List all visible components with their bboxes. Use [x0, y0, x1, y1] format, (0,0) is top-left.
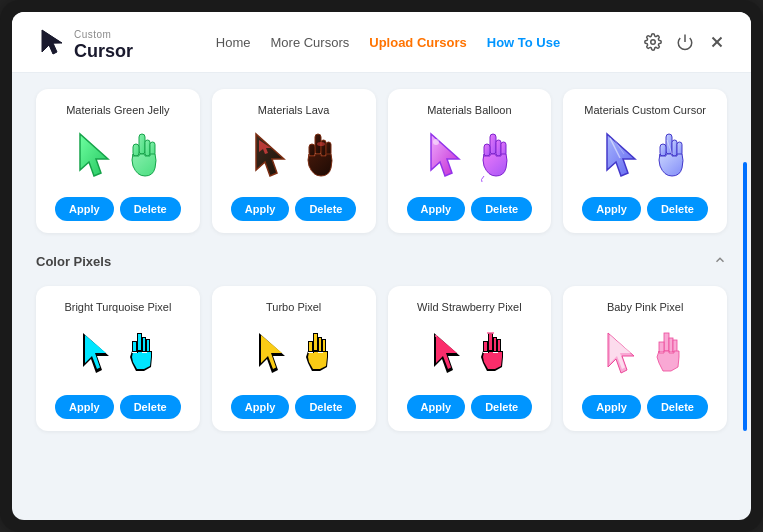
cursor-arrow-icon	[430, 331, 468, 379]
apply-button[interactable]: Apply	[407, 395, 466, 419]
cursor-arrow-icon	[75, 132, 117, 182]
card-buttons: Apply Delete	[231, 395, 357, 419]
logo-text: Custom Cursor	[74, 24, 133, 60]
svg-rect-21	[496, 140, 501, 156]
svg-rect-8	[145, 140, 150, 156]
card-buttons: Apply Delete	[582, 197, 708, 221]
card-title: Bright Turquoise Pixel	[64, 300, 171, 314]
card-icons	[602, 127, 688, 187]
card-icons	[426, 127, 512, 187]
gear-icon[interactable]	[643, 32, 663, 52]
cursor-hand-icon	[650, 331, 686, 379]
logo: Custom Cursor	[36, 24, 133, 60]
card-turquoise-pixel: Bright Turquoise Pixel	[36, 286, 200, 430]
card-balloon: Materials Balloon	[388, 89, 552, 233]
svg-marker-11	[256, 134, 284, 176]
card-title: Wild Strawberry Pixel	[417, 300, 522, 314]
apply-button[interactable]: Apply	[55, 197, 114, 221]
card-buttons: Apply Delete	[55, 395, 181, 419]
svg-marker-43	[261, 335, 282, 369]
svg-rect-51	[309, 342, 312, 351]
svg-marker-33	[85, 335, 106, 369]
color-pixels-grid: Bright Turquoise Pixel	[36, 286, 727, 430]
card-baby-pink-pixel: Baby Pink Pixel	[563, 286, 727, 430]
device-frame: Custom Cursor Home More Cursors Upload C…	[0, 0, 763, 532]
svg-marker-6	[80, 134, 108, 176]
apply-button[interactable]: Apply	[231, 395, 290, 419]
scrollbar[interactable]	[743, 162, 747, 430]
collapse-icon[interactable]	[713, 253, 727, 270]
apply-button[interactable]: Apply	[582, 395, 641, 419]
svg-rect-41	[133, 342, 136, 351]
svg-rect-10	[133, 144, 139, 156]
card-strawberry-pixel: Wild Strawberry Pixel	[388, 286, 552, 430]
svg-point-2	[651, 40, 656, 45]
close-icon[interactable]	[707, 32, 727, 52]
card-lava: Materials Lava	[212, 89, 376, 233]
svg-rect-49	[319, 338, 321, 351]
svg-rect-7	[139, 134, 145, 154]
card-title: Baby Pink Pixel	[607, 300, 683, 314]
svg-rect-20	[490, 134, 496, 154]
svg-rect-30	[660, 144, 666, 156]
nav-more-cursors[interactable]: More Cursors	[271, 35, 350, 50]
cursor-arrow-icon	[602, 132, 644, 182]
card-title: Materials Green Jelly	[66, 103, 169, 117]
cursor-arrow-icon	[604, 331, 642, 379]
main-content: Materials Green Jelly	[12, 73, 751, 520]
svg-rect-48	[314, 334, 317, 350]
svg-rect-61	[484, 342, 487, 351]
svg-rect-67	[673, 340, 677, 352]
svg-rect-59	[494, 338, 496, 351]
cursor-hand-icon	[301, 331, 333, 379]
svg-point-19	[433, 139, 439, 145]
materials-grid: Materials Green Jelly	[36, 89, 727, 233]
delete-button[interactable]: Delete	[647, 197, 708, 221]
delete-button[interactable]: Delete	[471, 197, 532, 221]
delete-button[interactable]: Delete	[120, 197, 181, 221]
cursor-hand-icon	[476, 331, 508, 379]
section-title: Color Pixels	[36, 254, 111, 269]
svg-rect-68	[659, 342, 664, 352]
apply-button[interactable]: Apply	[407, 197, 466, 221]
card-icons	[604, 325, 686, 385]
apply-button[interactable]: Apply	[55, 395, 114, 419]
nav-controls	[643, 32, 727, 52]
cursor-arrow-icon	[426, 132, 468, 182]
delete-button[interactable]: Delete	[295, 395, 356, 419]
apply-button[interactable]: Apply	[582, 197, 641, 221]
card-buttons: Apply Delete	[231, 197, 357, 221]
nav-how-to-use[interactable]: How To Use	[487, 35, 560, 50]
main-nav: Home More Cursors Upload Cursors How To …	[216, 35, 560, 50]
nav-upload[interactable]: Upload Cursors	[369, 35, 467, 50]
cursor-arrow-icon	[255, 331, 293, 379]
svg-rect-62	[487, 332, 494, 334]
card-green-jelly: Materials Green Jelly	[36, 89, 200, 233]
svg-marker-1	[42, 30, 62, 54]
cursor-hand-icon	[476, 132, 512, 182]
delete-button[interactable]: Delete	[120, 395, 181, 419]
apply-button[interactable]: Apply	[231, 197, 290, 221]
card-icons	[75, 127, 161, 187]
cursor-arrow-icon	[79, 331, 117, 379]
card-icons	[251, 127, 337, 187]
logo-icon	[36, 26, 68, 58]
delete-button[interactable]: Delete	[471, 395, 532, 419]
cursor-hand-icon	[125, 132, 161, 182]
delete-button[interactable]: Delete	[647, 395, 708, 419]
card-icons	[79, 325, 157, 385]
cursor-hand-icon	[652, 132, 688, 182]
card-title: Materials Custom Cursor	[584, 103, 706, 117]
card-title: Materials Balloon	[427, 103, 511, 117]
nav-home[interactable]: Home	[216, 35, 251, 50]
svg-rect-60	[498, 340, 500, 351]
svg-rect-58	[489, 334, 492, 350]
svg-rect-16	[309, 144, 315, 156]
cursor-hand-icon	[125, 331, 157, 379]
delete-button[interactable]: Delete	[295, 197, 356, 221]
svg-rect-65	[664, 333, 669, 351]
svg-rect-66	[669, 338, 673, 352]
power-icon[interactable]	[675, 32, 695, 52]
card-icons	[430, 325, 508, 385]
card-icons	[255, 325, 333, 385]
